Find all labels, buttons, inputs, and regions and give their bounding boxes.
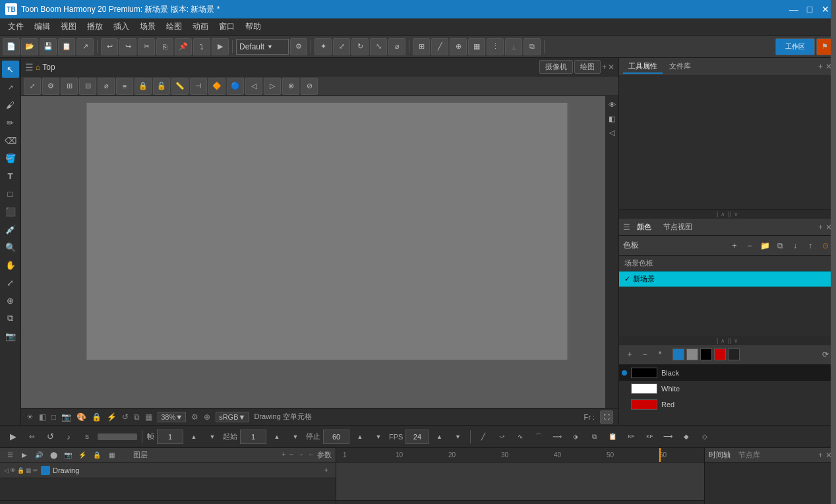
tl-mute-btn[interactable]: 🔊: [33, 449, 45, 461]
tl-col-btn[interactable]: ▦: [105, 449, 117, 461]
menu-icon[interactable]: ☰: [25, 62, 34, 72]
menu-item-插入[interactable]: 插入: [108, 20, 134, 34]
layer-lock[interactable]: 🔒: [17, 467, 24, 474]
color-item-red[interactable]: Red: [619, 397, 836, 412]
new-button[interactable]: 📄: [3, 38, 20, 55]
copy-kf-btn[interactable]: ⧉: [586, 429, 602, 445]
color-tab[interactable]: 颜色: [632, 221, 657, 233]
add-tl-btn[interactable]: +: [818, 451, 823, 460]
collapse-icon[interactable]: ◁: [606, 126, 618, 138]
fps-up-btn[interactable]: ▲: [431, 429, 447, 445]
tl-menu-btn[interactable]: ☰: [4, 449, 16, 461]
link-button[interactable]: ⧉: [523, 38, 541, 55]
copy-button[interactable]: ⎘: [156, 38, 173, 55]
text-tool[interactable]: T: [2, 167, 19, 184]
color-item-white[interactable]: White: [619, 381, 836, 397]
flatten-btn[interactable]: ⊗: [282, 78, 299, 95]
stop-down-btn[interactable]: ▼: [371, 429, 386, 445]
select-tool[interactable]: ↖: [2, 61, 19, 78]
prev-frame-btn[interactable]: ⤆: [24, 429, 40, 445]
save-button[interactable]: 💾: [40, 38, 57, 55]
swatch-black[interactable]: [700, 349, 712, 360]
bone-tool[interactable]: ⊕: [2, 292, 19, 309]
folder-palette-btn[interactable]: 📁: [758, 239, 771, 252]
drawing-canvas[interactable]: [87, 103, 568, 360]
scale-tool-button[interactable]: ⤡: [370, 38, 387, 55]
menu-item-文件[interactable]: 文件: [3, 20, 29, 34]
down-btn[interactable]: ↓: [789, 239, 802, 252]
open-button[interactable]: 📂: [21, 38, 38, 55]
color-item-black[interactable]: Black: [619, 365, 836, 381]
layer-tool[interactable]: ⧉: [2, 310, 19, 327]
guide-btn[interactable]: ⊣: [190, 78, 207, 95]
layer-edit[interactable]: ✏: [33, 467, 38, 474]
workspace-button[interactable]: 工作区: [775, 38, 815, 55]
minimize-button[interactable]: —: [789, 4, 799, 14]
tl-lock-all-btn[interactable]: 🔒: [91, 449, 103, 461]
swatch-dark[interactable]: [728, 349, 740, 360]
fps-down-btn[interactable]: ▼: [450, 429, 465, 445]
eyedropper[interactable]: 💉: [2, 221, 19, 238]
export-button[interactable]: ↗: [76, 38, 94, 55]
transform-btn[interactable]: ⤢: [24, 78, 41, 95]
clear-key-btn[interactable]: ⤻: [494, 429, 510, 445]
paste-kf-btn[interactable]: 📋: [605, 429, 620, 445]
layer-col[interactable]: ▦: [26, 467, 32, 474]
menu-item-帮助[interactable]: 帮助: [240, 20, 266, 34]
import-button[interactable]: ⤵: [193, 38, 210, 55]
color-pick[interactable]: ⬛: [2, 203, 19, 220]
volume-slider[interactable]: [98, 434, 137, 440]
remove-layer-btn[interactable]: −: [288, 450, 295, 460]
frame-input[interactable]: [157, 430, 183, 444]
close-button[interactable]: ✕: [820, 4, 831, 14]
settings-btn[interactable]: ⚙: [42, 78, 59, 95]
tool-properties-tab[interactable]: 工具属性: [623, 60, 663, 74]
menu-item-动画[interactable]: 动画: [187, 20, 214, 34]
pencil-tool[interactable]: ✏: [2, 114, 19, 131]
remove-palette-btn[interactable]: −: [743, 239, 756, 252]
diamond2-btn[interactable]: ◇: [697, 429, 713, 445]
morphing-button[interactable]: ⋮: [487, 38, 504, 55]
tl-play-btn[interactable]: ▶: [18, 449, 30, 461]
outdent-btn[interactable]: ←: [307, 450, 316, 460]
add-bottom-btn[interactable]: +: [818, 223, 823, 232]
menu-item-播放[interactable]: 播放: [82, 20, 108, 34]
up-btn[interactable]: ↑: [804, 239, 817, 252]
drawing-layer[interactable]: ◁ 👁 🔒 ▦ ✏ ● Drawing +: [0, 462, 336, 478]
close-btn-tool[interactable]: ⊘: [301, 78, 318, 95]
brush-tool[interactable]: 🖌: [2, 96, 19, 113]
set-color-btn[interactable]: *: [653, 348, 667, 361]
color-scrollbar[interactable]: [831, 345, 836, 426]
timeline-tab[interactable]: 时间轴: [709, 450, 731, 460]
grid-btn[interactable]: ⊞: [61, 78, 78, 95]
tl-effects-btn[interactable]: ⚡: [76, 449, 88, 461]
scene-palette-item[interactable]: ✓ 新场景: [619, 271, 836, 287]
more-btn[interactable]: ⟳: [819, 348, 832, 361]
anim-btn[interactable]: ⟶: [660, 429, 676, 445]
remove-color-btn[interactable]: −: [638, 348, 651, 361]
rect-tool[interactable]: □: [2, 185, 19, 202]
node-view-tab[interactable]: 节点视图: [658, 221, 698, 233]
transform-button[interactable]: ⊞: [413, 38, 430, 55]
camera-tool[interactable]: 📷: [2, 327, 19, 345]
add-palette-btn[interactable]: +: [728, 239, 741, 252]
bone-button[interactable]: ╱: [431, 38, 448, 55]
zoom-dropdown[interactable]: 38%▼: [158, 412, 186, 422]
ease2-btn[interactable]: ⌒: [531, 429, 547, 445]
nodes-btn[interactable]: ⌀: [98, 78, 115, 95]
undo-button[interactable]: ↩: [101, 38, 118, 55]
tl-record-btn[interactable]: ⬤: [47, 449, 59, 461]
play-button[interactable]: ▶: [5, 429, 21, 445]
save-as-button[interactable]: 📋: [58, 38, 75, 55]
fps-input[interactable]: [405, 430, 429, 444]
duplicate-palette-btn[interactable]: ⧉: [773, 239, 787, 252]
camera-tab[interactable]: 摄像机: [539, 60, 573, 74]
align-btn[interactable]: ≡: [116, 78, 133, 95]
menu-item-绘图[interactable]: 绘图: [161, 20, 187, 34]
eye-icon[interactable]: 👁: [606, 99, 618, 111]
ruler-btn[interactable]: 📏: [171, 78, 189, 95]
menu-item-编辑[interactable]: 编辑: [29, 20, 55, 34]
add-drawing-btn[interactable]: +: [321, 465, 332, 476]
layer-icon[interactable]: ◧: [606, 113, 618, 125]
indent-btn[interactable]: →: [296, 450, 305, 460]
